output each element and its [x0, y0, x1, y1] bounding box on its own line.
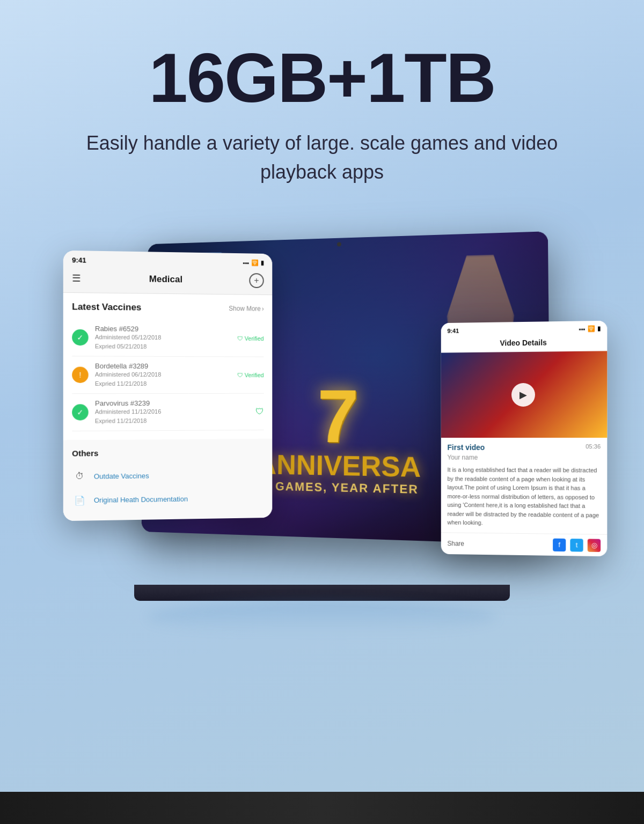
chevron-right-icon: ›	[262, 305, 264, 313]
video-status-time: 9:41	[448, 327, 459, 334]
verified-badge-rabies: 🛡 Verified	[237, 335, 264, 342]
hero-subtitle: Easily handle a variety of large. scale …	[0, 129, 644, 187]
video-header-title: Video Details	[500, 338, 547, 347]
vaccines-section-header: Latest Vaccines Show More ›	[72, 301, 264, 314]
video-duration: 05:36	[586, 443, 601, 450]
menu-icon[interactable]: ☰	[72, 273, 80, 284]
medical-header: ☰ Medical +	[63, 266, 273, 295]
share-icons: f t ◎	[553, 538, 601, 551]
instagram-share-button[interactable]: ◎	[588, 539, 601, 552]
signal-icon-2: ▪▪▪	[579, 326, 586, 332]
play-button[interactable]: ▶	[511, 383, 535, 407]
medical-app-panel: 9:41 ▪▪▪ 🛜 ▮ ☰ Medical + Latest Vaccines…	[63, 251, 273, 521]
show-more-label: Show More	[229, 305, 261, 312]
document-icon: 📄	[72, 492, 87, 508]
vaccine-info-parvovirus: Parvovirus #3239 Administered 11/12/2016…	[95, 399, 249, 425]
video-info: First video 05:36 Your name It is a long…	[441, 438, 608, 534]
video-title-row: First video 05:36	[448, 443, 601, 452]
tablet-area: 7 ANNIVERSA IT GAMES, YEAR AFTER 9:41 ▪▪…	[80, 225, 564, 590]
add-button[interactable]: +	[249, 273, 264, 288]
facebook-share-button[interactable]: f	[553, 538, 566, 551]
vaccine-item-parvovirus[interactable]: ✓ Parvovirus #3239 Administered 11/12/20…	[72, 394, 264, 431]
others-section: Others ⏱ Outdate Vaccines 📄 Original Hea…	[63, 439, 273, 521]
outdate-vaccines-label: Outdate Vaccines	[94, 472, 149, 480]
tablet-base	[134, 585, 510, 601]
video-title: First video	[448, 443, 485, 452]
vaccine-item-bordetella[interactable]: ! Bordetella #3289 Administered 06/12/20…	[72, 356, 264, 394]
video-header: Video Details	[441, 334, 608, 353]
documentation-label: Original Heath Documentation	[94, 495, 188, 504]
vaccine-info-bordetella: Bordetella #3289 Administered 06/12/2018…	[95, 362, 231, 388]
others-section-title: Others	[72, 447, 264, 458]
other-item-outdate[interactable]: ⏱ Outdate Vaccines	[72, 462, 264, 488]
shield-icon: 🛡	[237, 335, 243, 342]
medical-content: Latest Vaccines Show More › ✓ Rabies #65…	[63, 293, 273, 440]
vaccine-name-bordetella: Bordetella #3289	[95, 362, 231, 371]
wifi-icon-2: 🛜	[588, 325, 595, 332]
other-item-documentation[interactable]: 📄 Original Heath Documentation	[72, 486, 264, 512]
medical-app-title: Medical	[149, 274, 182, 285]
share-label: Share	[448, 540, 464, 547]
vaccine-dates-rabies: Administered 05/12/2018 Expried 05/21/20…	[95, 333, 231, 351]
vaccine-dates-bordetella: Administered 06/12/2018 Expried 11/21/20…	[95, 370, 231, 388]
twitter-share-button[interactable]: t	[570, 539, 583, 551]
medical-status-icons: ▪▪▪ 🛜 ▮	[243, 259, 264, 266]
video-author: Your name	[448, 454, 601, 462]
vaccine-name-rabies: Rabies #6529	[95, 325, 231, 334]
hero-title: 16GB+1TB	[0, 0, 644, 113]
vaccine-item-rabies[interactable]: ✓ Rabies #6529 Administered 05/12/2018 E…	[72, 319, 264, 357]
video-details-panel: 9:41 ▪▪▪ 🛜 ▮ Video Details ▶ First video…	[441, 321, 608, 556]
video-status-icons: ▪▪▪ 🛜 ▮	[579, 325, 601, 333]
vaccine-icon-bordetella: !	[72, 367, 89, 383]
battery-icon-2: ▮	[597, 325, 601, 332]
video-status-bar: 9:41 ▪▪▪ 🛜 ▮	[441, 321, 608, 336]
vaccine-icon-rabies: ✓	[72, 329, 89, 346]
vaccine-info-rabies: Rabies #6529 Administered 05/12/2018 Exp…	[95, 325, 231, 351]
vaccines-section-title: Latest Vaccines	[72, 301, 141, 313]
show-more-button[interactable]: Show More ›	[229, 305, 264, 312]
tablet-reflection	[148, 601, 496, 633]
battery-icon: ▮	[261, 260, 264, 267]
video-thumbnail[interactable]: ▶	[441, 351, 608, 438]
bottom-bar	[0, 792, 644, 824]
clock-icon: ⏱	[72, 469, 87, 484]
video-share-bar: Share f t ◎	[441, 532, 608, 556]
vaccine-icon-parvovirus: ✓	[72, 404, 89, 420]
video-description: It is a long established fact that a rea…	[448, 466, 601, 529]
wifi-icon: 🛜	[251, 259, 259, 266]
shield-icon-2: 🛡	[237, 372, 243, 378]
vaccine-name-parvovirus: Parvovirus #3239	[95, 399, 249, 408]
verified-badge-bordetella: 🛡 Verified	[237, 372, 264, 378]
anniversary-label: ANNIVERSA	[257, 448, 421, 483]
verified-icon-parvovirus: 🛡	[255, 407, 264, 417]
medical-status-time: 9:41	[72, 256, 86, 264]
signal-icon: ▪▪▪	[243, 260, 249, 266]
vaccine-dates-parvovirus: Administered 11/12/2016 Expried 11/21/20…	[95, 407, 249, 425]
